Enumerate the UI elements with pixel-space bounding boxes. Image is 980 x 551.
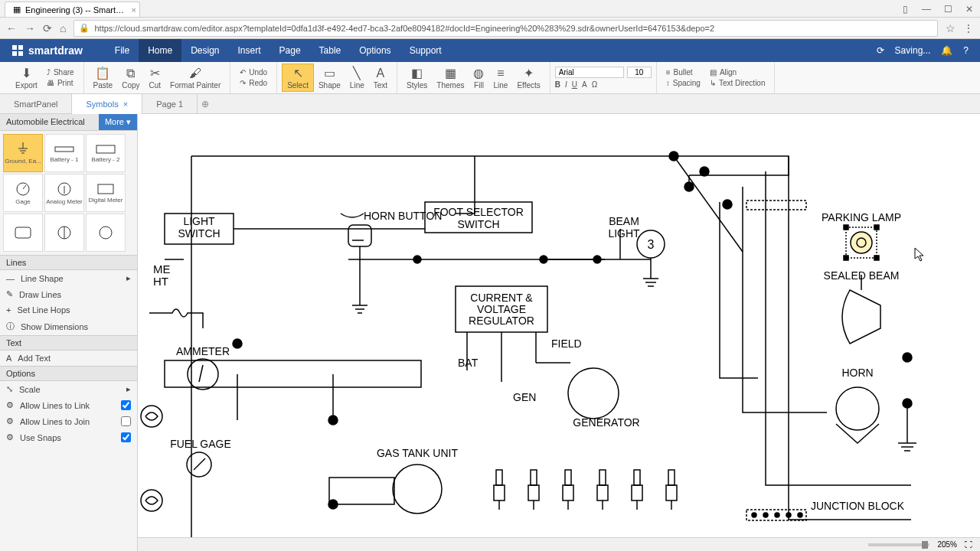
menu-page[interactable]: Page: [270, 39, 310, 62]
export-button[interactable]: ⬇Export: [11, 64, 42, 91]
copy-button[interactable]: ⧉Copy: [117, 65, 144, 91]
svg-point-18: [100, 227, 112, 239]
bullet-button[interactable]: ≡ Bullet: [662, 67, 705, 77]
svg-rect-2: [12, 51, 17, 56]
underline-button[interactable]: U: [572, 80, 577, 89]
share-button[interactable]: ⤴Share: [42, 67, 79, 77]
themes-button[interactable]: ▦Themes: [432, 64, 469, 91]
undo-button[interactable]: ↶Undo: [235, 67, 272, 77]
text-direction-button[interactable]: ↳ Text Direction: [705, 78, 770, 88]
reload-icon[interactable]: ⟳: [43, 22, 52, 34]
font-name-input[interactable]: [555, 67, 624, 78]
forward-icon[interactable]: →: [24, 22, 35, 34]
menu-icon[interactable]: ⋮: [963, 22, 974, 34]
format-painter-button[interactable]: 🖌Format Painter: [165, 65, 225, 91]
close-icon[interactable]: ×: [132, 5, 136, 15]
svg-text:JUNCTION BLOCK: JUNCTION BLOCK: [811, 500, 905, 512]
saving-status: Saving...: [895, 45, 931, 56]
library-more-button[interactable]: More ▾: [99, 114, 137, 130]
svg-point-97: [775, 513, 779, 517]
cut-button[interactable]: ✂Cut: [145, 64, 166, 91]
svg-text:GENERATOR: GENERATOR: [573, 416, 639, 429]
italic-button[interactable]: I: [565, 80, 567, 89]
symbol-battery1[interactable]: Battery - 1: [44, 134, 84, 172]
add-text-item[interactable]: AAdd Text: [0, 350, 137, 366]
svg-point-96: [763, 513, 768, 517]
menu-table[interactable]: Table: [310, 39, 351, 62]
url-input[interactable]: 🔒 https://cloud.smartdraw.com/editor.asp…: [74, 20, 938, 37]
text-button[interactable]: AText: [369, 65, 392, 91]
star-icon[interactable]: ☆: [946, 22, 956, 34]
svg-rect-82: [563, 485, 573, 500]
allow-link-item[interactable]: ⚙Allow Lines to Link: [0, 397, 137, 413]
menu-design[interactable]: Design: [181, 39, 228, 62]
fill-button[interactable]: ◍Fill: [469, 64, 488, 91]
font-color-button[interactable]: A: [582, 80, 587, 89]
menu-support[interactable]: Support: [400, 39, 451, 62]
paste-button[interactable]: 📋Paste: [89, 64, 118, 91]
styles-button[interactable]: ◧Styles: [402, 64, 432, 91]
show-dimensions-item[interactable]: ⓘShow Dimensions: [0, 318, 137, 335]
line-shape-item[interactable]: —Line Shape▸: [0, 270, 137, 286]
symbol-gage[interactable]: Gage: [3, 174, 43, 212]
insert-symbol-button[interactable]: Ω: [592, 80, 597, 89]
spacing-button[interactable]: ↕ Spacing: [662, 78, 705, 88]
svg-rect-92: [668, 470, 675, 485]
app-logo: smartdraw: [11, 44, 83, 57]
back-icon[interactable]: ←: [6, 22, 17, 34]
line-style-button[interactable]: ≡Line: [488, 65, 512, 91]
shape-button[interactable]: ▭Shape: [314, 64, 345, 91]
home-icon[interactable]: ⌂: [60, 22, 66, 34]
svg-point-39: [684, 182, 694, 191]
menu-options[interactable]: Options: [350, 39, 400, 62]
align-button[interactable]: ▤ Align: [705, 67, 770, 77]
svg-rect-66: [165, 360, 421, 387]
bell-icon[interactable]: 🔔: [941, 45, 952, 56]
minimize-icon[interactable]: —: [916, 2, 937, 17]
close-window-icon[interactable]: ✕: [959, 2, 980, 17]
use-snaps-item[interactable]: ⚙Use Snaps: [0, 429, 137, 445]
symbol-digital-meter[interactable]: Digital Meter: [86, 174, 126, 212]
page-icon: ▦: [13, 5, 21, 15]
scale-item[interactable]: ⤡Scale▸: [0, 381, 137, 397]
page1-tab[interactable]: Page 1: [142, 94, 198, 114]
zoom-slider[interactable]: [868, 543, 929, 546]
diagram-canvas[interactable]: 3: [138, 114, 980, 543]
bold-button[interactable]: B: [555, 80, 560, 89]
select-button[interactable]: ↖Select: [282, 64, 314, 92]
print-button[interactable]: 🖶Print: [42, 78, 79, 88]
fullscreen-icon[interactable]: ⛶: [965, 540, 972, 549]
svg-rect-48: [844, 256, 848, 260]
allow-join-item[interactable]: ⚙Allow Lines to Join: [0, 413, 137, 429]
symbol-item-7[interactable]: [3, 214, 43, 252]
add-page-button[interactable]: ⊕: [198, 99, 213, 109]
browser-tab[interactable]: ▦ Engineering (3) -- Smart… ×: [5, 2, 140, 17]
user-icon[interactable]: ▯: [894, 2, 916, 17]
menu-home[interactable]: Home: [139, 39, 181, 62]
document-tabs: SmartPanel Symbols × Page 1 ⊕: [0, 94, 980, 114]
line-hops-item[interactable]: +Set Line Hops: [0, 302, 137, 318]
symbol-ground[interactable]: Ground, Ea...: [3, 134, 43, 172]
symbols-tab[interactable]: Symbols ×: [72, 94, 142, 114]
svg-rect-80: [531, 470, 537, 485]
help-icon[interactable]: ?: [963, 45, 969, 56]
smartpanel-tab[interactable]: SmartPanel: [0, 94, 72, 114]
symbol-item-9[interactable]: [86, 214, 126, 252]
canvas-area[interactable]: 3: [138, 114, 980, 551]
symbol-analog-meter[interactable]: Analog Meter: [44, 174, 84, 212]
redo-button[interactable]: ↷Redo: [235, 78, 272, 88]
status-bar: 205% ⛶: [138, 537, 980, 551]
svg-point-67: [233, 339, 242, 348]
line-button[interactable]: ╲Line: [345, 64, 369, 91]
menu-insert[interactable]: Insert: [229, 39, 270, 62]
maximize-icon[interactable]: ☐: [937, 2, 959, 17]
symbol-battery2[interactable]: Battery - 2: [86, 134, 126, 172]
svg-text:FUEL GAGE: FUEL GAGE: [170, 438, 231, 450]
menu-file[interactable]: File: [106, 39, 139, 62]
symbol-item-8[interactable]: [44, 214, 84, 252]
font-size-input[interactable]: [627, 67, 652, 78]
svg-text:HORN: HORN: [841, 367, 873, 379]
draw-lines-item[interactable]: ✎Draw Lines: [0, 286, 137, 302]
effects-button[interactable]: ✦Effects: [512, 64, 544, 91]
svg-text:CURRENT &VOLTAGEREGULATOR: CURRENT &VOLTAGEREGULATOR: [469, 292, 534, 327]
